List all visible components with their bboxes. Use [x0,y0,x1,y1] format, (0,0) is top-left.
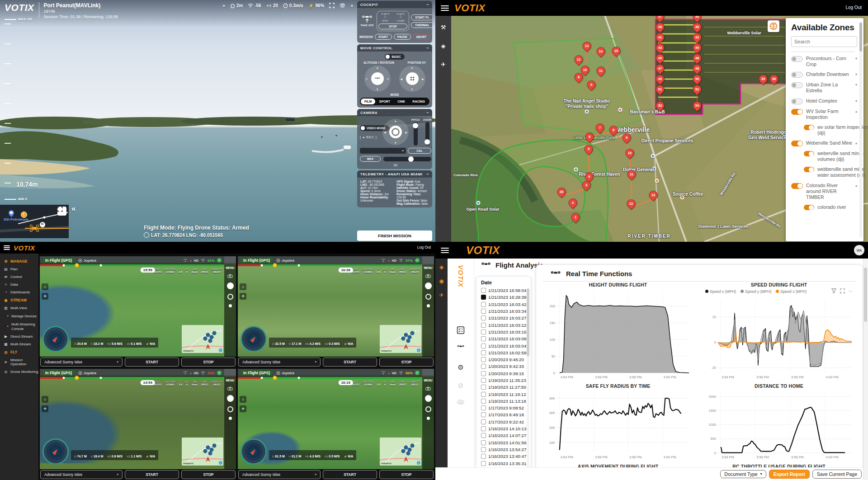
rec-button[interactable]: [ ● REC ] [360,136,377,139]
land-button[interactable]: LAND [396,13,406,22]
shutter-button[interactable] [227,282,234,289]
position-xy-joystick[interactable]: ▲▼◀▶ [399,66,425,92]
menu-hamburger-icon[interactable] [441,248,449,253]
start-stream-button[interactable]: START [125,358,179,367]
sidebar-item-data[interactable]: ≈Data [0,281,38,288]
satellite-map[interactable]: 7869510411321391213151413121110983739414… [451,16,868,242]
mission-minimap[interactable]: SSI Petroleum 1 H [0,205,69,238]
landing-pad-icon[interactable]: ⌂ [240,396,246,403]
msx-button[interactable]: MSX [360,156,381,162]
flight-date-row[interactable]: 1/17/2023 8:49:18 [481,411,529,418]
stop-stream-button[interactable]: STOP [379,358,434,367]
chevrons-icon[interactable]: » [222,3,225,8]
mission-pause-button[interactable]: PAUSE [394,34,411,40]
stream-video-feed[interactable]: In Flight (GPS) Joystick ● HD 34% ✓ 14:5… [40,369,236,469]
flight-date-row[interactable]: 1/16/2023 13:35:31 [481,460,529,466]
map-info-icon[interactable]: i [219,348,222,352]
zone-toggle[interactable] [791,109,803,115]
record-button[interactable] [227,406,233,412]
pitch-slider[interactable] [414,122,418,146]
business-marker[interactable] [585,110,589,114]
flight-date-row[interactable]: 1/21/2023 16:03:22 [481,321,529,328]
chevron-down-icon[interactable]: ▾ [855,83,857,87]
minimap-collapse-button[interactable]: « [71,204,75,213]
flight-date-row[interactable]: 1/21/2023 16:02:58 [481,349,529,356]
stop-stream-button[interactable]: STOP [181,470,236,479]
flight-date-row[interactable]: 1/20/2023 9:46:20 [481,356,529,363]
filter-icon[interactable] [831,288,836,293]
mission-select-dropdown[interactable]: Advanced Sunny Isles▾ [238,470,321,479]
zone-toggle[interactable] [791,72,803,78]
fullscreen-icon[interactable] [329,3,335,8]
take-off-button[interactable]: TAKE OFF [359,15,375,27]
zone-toggle[interactable] [804,125,814,130]
date-list-scrollbar[interactable] [527,288,529,468]
business-marker[interactable] [476,201,481,205]
settings-gear-icon[interactable]: ⚙ [458,363,463,372]
business-marker[interactable] [618,108,623,112]
camera-icon[interactable] [425,274,431,278]
camera-icon[interactable] [227,386,233,391]
zones-search-input[interactable] [791,36,857,47]
user-avatar[interactable]: VA [854,245,864,255]
flight-date-row[interactable]: 1/16/2023 13:40:47 [481,453,529,460]
minimap-expand-button[interactable] [57,207,66,216]
flight-date-row[interactable]: 1/20/2023 9:42:33 [481,363,529,370]
sidebar-item-control[interactable]: ⇄Control [0,273,38,281]
sidebar-item-manage[interactable]: ⚙MANAGE [0,257,38,265]
business-marker[interactable] [655,179,659,183]
flight-date-row[interactable]: 1/21/2023 16:03:42 [481,301,529,308]
altitude-rotation-joystick[interactable]: ▲▼↺↻ [364,66,391,92]
menu-label[interactable]: MENU [226,379,234,382]
modules-icon[interactable]: ◈ [439,264,443,270]
page-scrollbar[interactable] [863,259,868,480]
zone-toggle[interactable] [791,99,803,104]
camera-icon[interactable] [425,386,431,391]
flight-date-row[interactable]: 1/17/2023 8:22:42 [481,419,529,425]
collapse-panel-icon[interactable]: » [350,3,353,8]
sidebar-item-stream[interactable]: ◉STREAM [0,296,38,304]
zone-toggle[interactable] [804,167,814,172]
landing-pad-icon[interactable]: ⌂ [240,283,246,290]
flight-date-row[interactable]: 1/16/2023 14:07:27 [481,432,529,439]
flight-date-row[interactable]: 1/21/2023 16:03:27 [481,315,529,321]
menu-label[interactable]: MENU [226,266,234,269]
flight-date-row[interactable]: 1/21/2023 16:03:15 [481,329,529,335]
flight-date-row[interactable]: 1/21/2023 16:03:04 [481,342,529,349]
checklist-icon[interactable] [457,326,465,334]
minimize-icon[interactable]: − [426,110,429,115]
zone-toggle[interactable] [791,56,803,62]
mission-select-dropdown[interactable]: Advanced Sunny Isles▾ [40,470,123,479]
stop-stream-button[interactable]: STOP [181,358,236,367]
business-marker[interactable] [574,168,578,172]
zones-scrollbar[interactable] [859,22,862,238]
zone-toggle[interactable] [804,205,814,210]
stream-video-feed[interactable]: In Flight (GPS) Joystick ● HD 61% ✓ 15:5… [40,256,236,357]
mode-racing[interactable]: RACING [409,99,429,104]
minimize-icon[interactable]: − [426,2,429,7]
virtual-joystick-icon[interactable]: ✛ [240,293,246,300]
record-button[interactable] [227,294,233,300]
stream-minimap[interactable]: mapbox i [380,438,421,466]
document-type-select[interactable]: Document Type▾ [720,470,766,478]
map-basketball-control[interactable] [768,20,779,32]
chevron-down-icon[interactable]: ▾ [855,72,857,76]
start-pl-button[interactable]: START PL [411,14,432,20]
stop-stream-button[interactable]: STOP [379,470,434,479]
menu-hamburger-icon[interactable] [441,5,449,11]
record-button[interactable] [425,294,431,300]
cal-button[interactable]: CAL [408,148,431,154]
navigate-icon[interactable]: ✈ [439,292,443,298]
mode-sport[interactable]: SPORT [376,99,394,104]
shutter-button[interactable] [425,395,432,402]
virtual-joystick-icon[interactable]: ✛ [240,405,246,412]
landing-pad-icon[interactable]: ⌂ [42,396,48,403]
sidebar-item-multi-streaming-console[interactable]: •Multi-Streaming Console [0,320,38,333]
stream-video-feed[interactable]: In Flight (GPS) Joystick ● HD 57% ✓ 16:3… [238,256,434,357]
flight-date-row[interactable]: 1/16/2023 14:01:56 [481,439,529,446]
sidebar-item-multi-stream[interactable]: ▦Multi-Stream [0,340,38,348]
flight-date-row[interactable]: 1/21/2023 16:58:04 [481,287,529,294]
stop-button[interactable]: STOP [378,24,407,29]
zoom-slider[interactable] [425,122,429,146]
save-current-page-button[interactable]: Save Current Page [812,470,862,479]
